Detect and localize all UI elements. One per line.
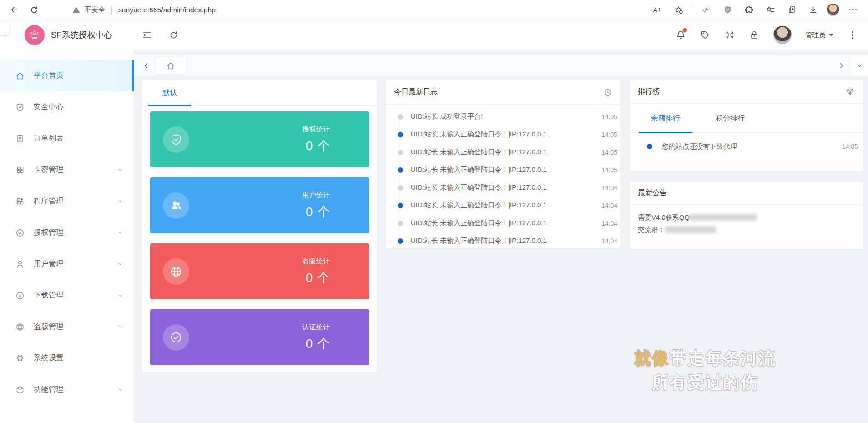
tabs-menu-icon[interactable]	[851, 55, 868, 76]
timeline-dot	[398, 238, 403, 244]
announcement-panel: 最新公告 需要V4.0联系QQ 交流群：	[630, 182, 863, 249]
announcement-line: 需要V4.0联系QQ	[638, 211, 854, 223]
log-entry: UID:站长 成功登录平台!14:05	[386, 108, 620, 126]
stat-card-piracy: 盗版统计0 个	[150, 243, 369, 299]
sidebar-item-home[interactable]: 平台首页	[0, 60, 134, 91]
shield-check-icon	[15, 103, 25, 112]
extensions-puzzle-icon[interactable]	[741, 2, 757, 18]
url-separator	[111, 6, 112, 14]
tab-home[interactable]	[156, 57, 186, 74]
log-entry: UID:站长 未输入正确登陆口令！|IP:127.0.0.114:05	[386, 161, 620, 179]
address-bar[interactable]: 不安全 sanyue.e:665/admin/index.php	[72, 5, 216, 14]
browser-toolbar: 不安全 sanyue.e:665/admin/index.php A ✂	[0, 0, 868, 20]
stats-tabrow: 默认	[142, 80, 377, 106]
drawer-handle[interactable]	[0, 22, 10, 35]
browser-menu-icon[interactable]	[845, 2, 861, 18]
sidebar-item-licenses[interactable]: 授权管理	[0, 217, 134, 248]
log-timeline: UID:站长 成功登录平台!14:05 UID:站长 未输入正确登陆口令！|IP…	[386, 105, 620, 250]
stat-label: 盗版统计	[302, 257, 330, 264]
timeline-dot	[398, 132, 403, 137]
fullscreen-icon[interactable]	[724, 30, 735, 40]
tag-icon[interactable]	[700, 30, 711, 40]
svg-text:A: A	[653, 6, 658, 13]
timeline-dot	[398, 167, 403, 173]
browser-back-icon[interactable]	[6, 2, 22, 18]
sidebar-item-card-keys[interactable]: 卡密管理	[0, 154, 134, 186]
stat-value: 0 个	[302, 203, 330, 220]
tabs-scroll-left-icon[interactable]	[139, 59, 153, 72]
home-icon	[166, 61, 175, 70]
lock-icon[interactable]	[749, 30, 760, 40]
sidebar-item-label: 下载管理	[34, 291, 64, 300]
stat-label: 授权统计	[302, 125, 330, 132]
sidebar-item-programs[interactable]: 程序管理	[0, 186, 134, 217]
globe-icon	[163, 258, 189, 285]
browser-refresh-icon[interactable]	[26, 2, 42, 18]
timeline-dot	[398, 150, 403, 155]
gear-icon: ⚙	[15, 354, 25, 363]
log-entry: UID:站长 未输入正确登陆口令！|IP:127.0.0.114:04	[386, 214, 620, 232]
timeline-dot	[398, 203, 403, 208]
sidebar-item-label: 系统设置	[34, 353, 64, 363]
shield-extension-icon[interactable]	[720, 2, 735, 18]
browser-profile-avatar[interactable]	[827, 4, 839, 16]
favorites-bar-icon[interactable]	[762, 2, 778, 18]
stat-card-certification: 认证统计0 个	[150, 309, 369, 365]
sidebar-item-label: 程序管理	[34, 196, 64, 206]
sidebar-collapse-icon[interactable]	[141, 29, 153, 41]
desktop-lyrics-overlay: 就像带走每条河流 所有受过的伤	[634, 346, 776, 395]
sidebar-item-piracy[interactable]: 盗版管理	[0, 311, 134, 342]
user-avatar[interactable]	[773, 26, 792, 44]
timeline-dot	[398, 221, 403, 226]
sidebar-item-downloads[interactable]: 下载管理	[0, 280, 134, 311]
log-panel-title: 今日最新日志	[394, 87, 438, 97]
log-entry: UID:站长 未输入正确登陆口令！|IP:127.0.0.114:04	[386, 232, 620, 250]
user-name: 管理员	[805, 31, 826, 40]
page-refresh-icon[interactable]	[167, 29, 179, 41]
header-more-icon[interactable]	[847, 30, 858, 40]
sidebar-item-label: 功能管理	[34, 385, 64, 394]
stat-label: 用户统计	[302, 191, 330, 198]
sidebar-item-settings[interactable]: ⚙ 系统设置	[0, 342, 134, 374]
download-circle-icon	[15, 291, 25, 300]
page-tabstrip	[134, 55, 868, 76]
sidebar-item-label: 平台首页	[34, 71, 64, 81]
sidebar-item-orders[interactable]: 订单列表	[0, 123, 134, 154]
chevron-down-icon	[829, 34, 833, 36]
sidebar-item-security[interactable]: 安全中心	[0, 91, 134, 123]
document-icon	[15, 134, 25, 143]
censored-text	[665, 226, 716, 233]
globe-icon	[15, 322, 25, 332]
log-entry: UID:站长 未输入正确登陆口令！|IP:127.0.0.114:04	[386, 179, 620, 196]
box-icon	[15, 385, 25, 394]
notifications-bell-icon[interactable]	[675, 30, 686, 40]
chevron-down-icon	[118, 230, 123, 235]
lyrics-line-2: 所有受过的伤	[634, 370, 776, 395]
read-aloud-icon[interactable]: A	[649, 2, 665, 18]
security-label: 不安全	[85, 5, 105, 14]
sidebar-item-users[interactable]: 用户管理	[0, 248, 134, 280]
collections-icon[interactable]	[784, 2, 799, 18]
censored-text	[690, 214, 757, 221]
announcement-body: 需要V4.0联系QQ 交流群：	[630, 205, 863, 236]
scissors-extension-icon[interactable]: ✂	[698, 2, 714, 18]
stat-card-license: 授权统计0 个	[150, 111, 369, 167]
sidebar-item-label: 卡密管理	[34, 165, 64, 175]
browser-actions: A ✂	[649, 2, 868, 18]
tab-default[interactable]: 默认	[148, 80, 191, 106]
sidebar-item-label: 安全中心	[34, 102, 64, 112]
main-content: 默认 授权统计0 个 用户统计0 个	[134, 50, 868, 423]
chevron-down-icon	[118, 262, 123, 267]
add-favorite-icon[interactable]	[671, 2, 686, 18]
tab-balance-ranking[interactable]: 余额排行	[639, 104, 692, 133]
sidebar-item-label: 授权管理	[34, 228, 64, 237]
user-menu[interactable]: 管理员	[805, 31, 833, 40]
downloads-icon[interactable]	[805, 2, 821, 18]
app-title: SF系统授权中心	[51, 30, 112, 40]
tab-points-ranking[interactable]: 积分排行	[703, 104, 757, 133]
app-grid-icon	[15, 197, 25, 206]
ranking-tabs: 余额排行 积分排行	[630, 104, 863, 133]
tabs-scroll-right-icon[interactable]	[834, 59, 848, 72]
insecure-warning-icon	[72, 5, 81, 14]
sidebar-item-features[interactable]: 功能管理	[0, 374, 134, 405]
